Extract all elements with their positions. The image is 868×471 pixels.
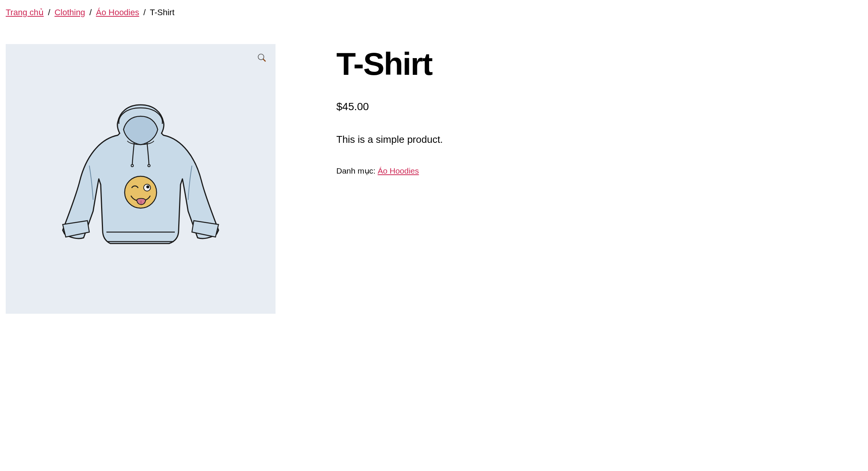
- category-label: Danh mục:: [336, 166, 378, 175]
- product-details: T-Shirt $45.00 This is a simple product.…: [336, 44, 862, 314]
- product-description: This is a simple product.: [336, 134, 862, 145]
- breadcrumb-separator: /: [89, 8, 92, 17]
- product-image[interactable]: [6, 44, 276, 314]
- breadcrumb-hoodies-link[interactable]: Áo Hoodies: [96, 8, 139, 17]
- product-container: T-Shirt $45.00 This is a simple product.…: [6, 44, 862, 314]
- zoom-icon[interactable]: [255, 51, 269, 65]
- breadcrumb-separator: /: [143, 8, 146, 17]
- product-title: T-Shirt: [336, 48, 862, 80]
- category-link[interactable]: Áo Hoodies: [378, 166, 419, 175]
- breadcrumb-current: T-Shirt: [150, 8, 174, 17]
- breadcrumb-separator: /: [48, 8, 50, 17]
- breadcrumb-home-link[interactable]: Trang chủ: [6, 8, 44, 17]
- svg-point-6: [146, 185, 149, 188]
- product-category: Danh mục: Áo Hoodies: [336, 166, 862, 175]
- svg-point-3: [148, 164, 150, 167]
- svg-point-2: [131, 164, 133, 167]
- product-price: $45.00: [336, 101, 862, 113]
- svg-line-1: [263, 59, 266, 62]
- hoodie-illustration: [51, 90, 230, 268]
- svg-point-0: [258, 54, 264, 60]
- breadcrumb: Trang chủ / Clothing / Áo Hoodies / T-Sh…: [6, 8, 862, 17]
- breadcrumb-clothing-link[interactable]: Clothing: [54, 8, 85, 17]
